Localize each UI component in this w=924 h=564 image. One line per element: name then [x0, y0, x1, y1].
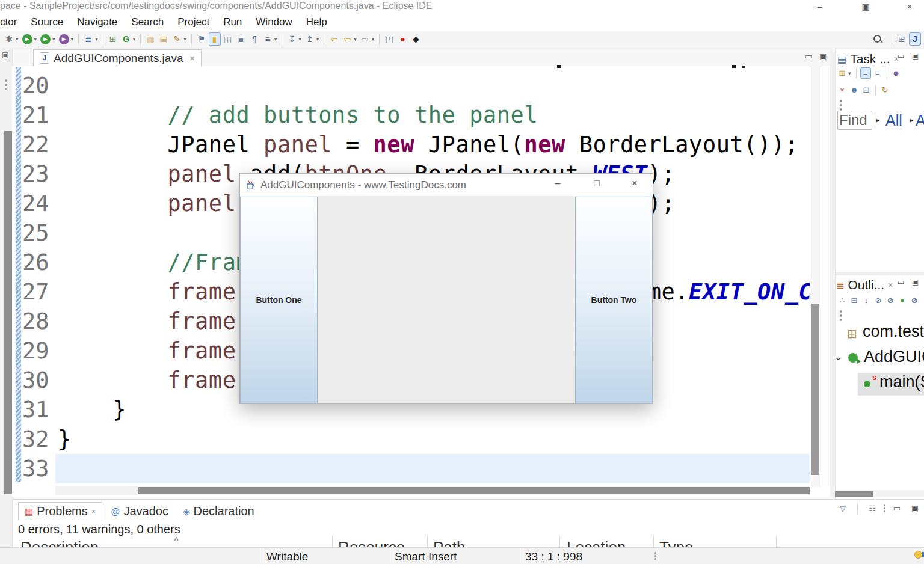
window-close-icon[interactable]: ×: [901, 0, 919, 13]
find-input[interactable]: [837, 111, 872, 130]
restore-view-icon[interactable]: ▣: [2, 51, 8, 59]
dropdown-arrow-icon[interactable]: ▾: [274, 36, 277, 42]
show-selected-element-icon[interactable]: ▣: [235, 32, 247, 46]
minimize-editor-icon[interactable]: ▭: [805, 52, 812, 61]
tab-outline[interactable]: ≣ Outli... ×: [836, 278, 893, 292]
profile-icon[interactable]: ▶: [59, 34, 69, 44]
new-java-project-icon[interactable]: G: [120, 32, 132, 46]
data-source-icon[interactable]: ≣: [82, 32, 94, 46]
minimize-outline-icon[interactable]: ▭: [898, 278, 904, 286]
hide-fields-icon[interactable]: ⊘: [873, 295, 884, 306]
drag-handle[interactable]: [5, 79, 7, 82]
menu-item-help[interactable]: Help: [306, 16, 327, 28]
collapse-all-icon[interactable]: ⊟: [849, 295, 860, 306]
code-line[interactable]: }: [55, 425, 810, 454]
lightbulb-icon[interactable]: [914, 551, 922, 559]
drag-handle[interactable]: [840, 100, 842, 102]
show-whitespace-icon[interactable]: ¶: [248, 32, 260, 46]
vertical-scrollbar-thumb[interactable]: [811, 304, 819, 475]
outline-list-icon[interactable]: ≡: [262, 32, 274, 46]
column-header-path[interactable]: Path: [433, 538, 466, 548]
hide-static-members-icon[interactable]: ⊘: [885, 295, 896, 306]
menu-item-search[interactable]: Search: [131, 16, 164, 28]
code-line[interactable]: JPanel panel = new JPanel(new BorderLayo…: [55, 130, 810, 159]
open-perspective-icon[interactable]: ⊞: [896, 32, 908, 46]
collapse-all-icon[interactable]: ⊟: [861, 84, 872, 96]
filter-icon[interactable]: ▽: [837, 502, 849, 515]
chevron-down-icon[interactable]: ⌄: [834, 350, 843, 363]
incognito-icon[interactable]: ◆: [410, 32, 422, 46]
link-all[interactable]: All: [886, 112, 902, 129]
swing-maximize-icon[interactable]: □: [587, 178, 606, 189]
column-header-description[interactable]: Description: [20, 538, 99, 548]
dialog-button-1[interactable]: Button One: [240, 197, 318, 403]
drag-handle[interactable]: [884, 504, 886, 506]
close-icon[interactable]: ×: [189, 54, 194, 63]
dropdown-arrow-icon[interactable]: ▾: [298, 36, 301, 42]
menu-item-source[interactable]: Source: [31, 16, 63, 28]
dialog-button-2[interactable]: Button Two: [575, 197, 653, 403]
hide-completed-tasks-icon[interactable]: ×: [837, 84, 848, 96]
editor-tab[interactable]: J AddGUIComponents.java ×: [33, 49, 202, 66]
dropdown-arrow-icon[interactable]: ▾: [133, 36, 136, 42]
new-task-icon[interactable]: ⊞: [837, 67, 848, 79]
horizontal-scrollbar-thumb[interactable]: [138, 487, 810, 494]
swing-close-icon[interactable]: ×: [625, 178, 644, 189]
menu-item-project[interactable]: Project: [177, 16, 209, 28]
trim-scrollbar[interactable]: [4, 131, 12, 494]
tab-declaration[interactable]: ◈Declaration: [177, 503, 260, 520]
outline-scrollbar-thumb[interactable]: [835, 491, 873, 497]
red-hat-icon[interactable]: ●: [396, 32, 408, 46]
run-icon[interactable]: ▶: [22, 34, 32, 44]
menu-item-run[interactable]: Run: [223, 16, 242, 28]
maximize-outline-icon[interactable]: ▣: [912, 278, 919, 286]
forward-icon[interactable]: ⇨: [359, 32, 371, 46]
menu-item-ctor[interactable]: ctor: [0, 16, 17, 28]
focus-icon[interactable]: ∴: [837, 295, 848, 306]
menu-item-navigate[interactable]: Navigate: [77, 16, 117, 28]
swing-minimize-icon[interactable]: –: [548, 178, 567, 189]
maximize-problems-icon[interactable]: ▣: [909, 502, 921, 515]
dropdown-arrow-icon[interactable]: ▾: [95, 36, 98, 42]
menu-item-window[interactable]: Window: [256, 16, 292, 28]
open-task-icon[interactable]: ▥: [144, 32, 156, 46]
column-header-type[interactable]: Type: [659, 538, 693, 548]
dropdown-arrow-icon[interactable]: ▾: [354, 36, 357, 42]
outline-item-class[interactable]: ⌄AddGUIComponents: [834, 346, 924, 372]
column-header-resource[interactable]: Resource: [338, 538, 405, 548]
status-drag-handle[interactable]: [654, 552, 656, 554]
dropdown-arrow-icon[interactable]: ▾: [183, 36, 186, 42]
swing-app-window[interactable]: AddGUIComponents - www.TestingDocs.com –…: [239, 173, 653, 404]
hide-local-types-icon[interactable]: ⊘: [909, 295, 920, 306]
minimize-task-icon[interactable]: ▭: [898, 52, 904, 60]
horizontal-sash[interactable]: [833, 272, 924, 275]
window-minimize-icon[interactable]: –: [811, 0, 829, 13]
group-by-icon[interactable]: ☷: [866, 502, 878, 515]
minimize-problems-icon[interactable]: ▭: [891, 502, 903, 515]
close-icon[interactable]: ×: [888, 280, 893, 290]
new-editor-window-icon[interactable]: ◰: [383, 32, 395, 46]
sort-icon[interactable]: ↓: [861, 295, 872, 306]
maximize-task-icon[interactable]: ▣: [912, 52, 919, 60]
dropdown-arrow-icon[interactable]: ▾: [52, 36, 55, 42]
dropdown-arrow-icon[interactable]: ▾: [372, 36, 375, 42]
outline-item-method-static[interactable]: smain(String[]) : void: [834, 372, 924, 397]
categorized-view-icon[interactable]: ≡: [860, 67, 871, 79]
link-activate[interactable]: Activate: [916, 112, 924, 129]
new-java-class-icon[interactable]: ⊞: [107, 32, 119, 46]
maximize-editor-icon[interactable]: ▣: [819, 52, 827, 61]
dropdown-arrow-icon[interactable]: ▾: [71, 36, 74, 42]
tab-task-list[interactable]: ▤ Task ... ×: [837, 52, 899, 66]
new-wizard-icon[interactable]: ✱: [3, 32, 15, 46]
dropdown-arrow-icon[interactable]: ▾: [316, 36, 319, 42]
pin-editor-icon[interactable]: ⚑: [196, 32, 208, 46]
code-line[interactable]: // add buttons to the panel: [55, 100, 810, 130]
code-line[interactable]: [55, 454, 810, 483]
synchronize-icon[interactable]: ↻: [879, 84, 890, 96]
column-header-location[interactable]: Location: [567, 538, 626, 548]
mark-occurrences-icon[interactable]: ▮: [209, 32, 221, 46]
dropdown-arrow-icon[interactable]: ▾: [848, 70, 851, 76]
outline-item-package[interactable]: ⊞com.testingdocs.swing.components: [834, 321, 924, 346]
window-restore-icon[interactable]: ▣: [857, 0, 875, 13]
coverage-icon[interactable]: ▶: [40, 34, 51, 44]
